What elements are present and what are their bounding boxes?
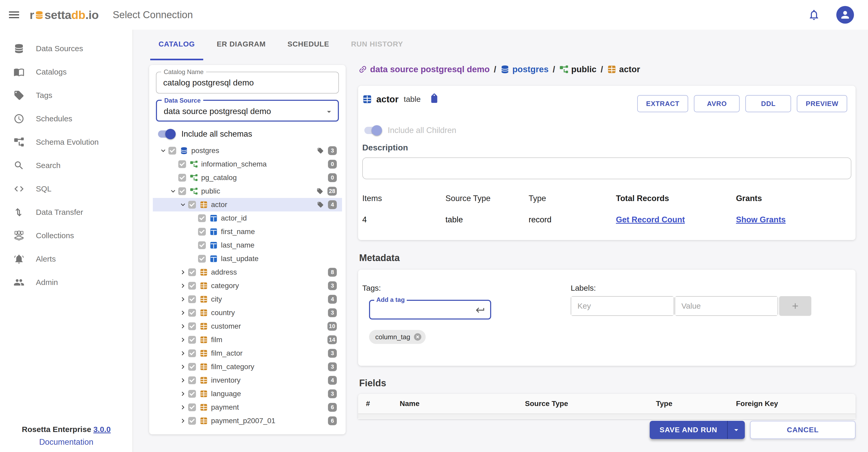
- tree-row[interactable]: film_category 3: [153, 360, 342, 374]
- tree-row[interactable]: film 14: [153, 333, 342, 347]
- checkbox[interactable]: [188, 349, 196, 357]
- description-input[interactable]: [362, 157, 851, 179]
- add-label-button[interactable]: [779, 296, 811, 316]
- checkbox[interactable]: [188, 201, 196, 208]
- save-dropdown-toggle[interactable]: [728, 421, 745, 439]
- chevron-right-icon[interactable]: [179, 403, 187, 412]
- tree-row[interactable]: pg_catalog 0: [153, 171, 342, 185]
- tree-row[interactable]: customer 10: [153, 320, 342, 333]
- chevron-right-icon[interactable]: [179, 390, 187, 398]
- checkbox[interactable]: [188, 322, 196, 330]
- tab-schedule[interactable]: SCHEDULE: [279, 30, 337, 60]
- label-key-input[interactable]: [571, 297, 674, 315]
- tree-row[interactable]: inventory 4: [153, 374, 342, 387]
- stat-value[interactable]: Get Record Count: [616, 215, 736, 224]
- chevron-right-icon[interactable]: [179, 309, 187, 317]
- label-value-field[interactable]: [675, 296, 778, 316]
- chevron-right-icon[interactable]: [179, 335, 187, 344]
- chevron-down-icon[interactable]: [169, 187, 177, 195]
- sidebar-item-data-sources[interactable]: Data Sources: [0, 37, 132, 60]
- chevron-right-icon[interactable]: [179, 376, 187, 384]
- tree-row[interactable]: language 3: [153, 387, 342, 400]
- checkbox[interactable]: [188, 336, 196, 344]
- sidebar-item-sql[interactable]: SQL: [0, 177, 132, 200]
- cancel-button[interactable]: CANCEL: [750, 421, 856, 439]
- stat-value[interactable]: Show Grants: [736, 215, 851, 224]
- tab-catalog[interactable]: CATALOG: [150, 30, 203, 60]
- avatar[interactable]: [836, 6, 854, 24]
- add-tag-field[interactable]: Add a tag: [369, 300, 491, 320]
- sidebar-item-schedules[interactable]: Schedules: [0, 107, 132, 130]
- chevron-right-icon[interactable]: [179, 417, 187, 425]
- tree-row[interactable]: last_name: [153, 238, 342, 252]
- sidebar-item-collections[interactable]: Collections: [0, 224, 132, 247]
- tree-row[interactable]: category 3: [153, 279, 342, 292]
- chevron-right-icon[interactable]: [179, 282, 187, 290]
- tree-row[interactable]: payment_p2007_01 6: [153, 414, 342, 428]
- checkbox[interactable]: [188, 268, 196, 276]
- chevron-down-icon[interactable]: [179, 200, 187, 209]
- sidebar-item-search[interactable]: Search: [0, 154, 132, 177]
- version-link[interactable]: 3.0.0: [93, 425, 111, 433]
- tree-row[interactable]: actor_id: [153, 212, 342, 225]
- add-tag-input[interactable]: [370, 301, 470, 319]
- checkbox[interactable]: [188, 403, 196, 411]
- checkbox[interactable]: [188, 295, 196, 303]
- ddl-button[interactable]: DDL: [745, 95, 791, 112]
- label-key-field[interactable]: [571, 296, 674, 316]
- save-and-run-button[interactable]: SAVE AND RUN: [650, 421, 745, 439]
- checkbox[interactable]: [188, 309, 196, 317]
- checkbox[interactable]: [188, 282, 196, 290]
- sidebar-item-admin[interactable]: Admin: [0, 271, 132, 294]
- chevron-right-icon[interactable]: [179, 363, 187, 371]
- checkbox[interactable]: [178, 174, 186, 182]
- tab-er-diagram[interactable]: ER DIAGRAM: [209, 30, 274, 60]
- remove-tag-icon[interactable]: [413, 332, 422, 341]
- checkbox[interactable]: [188, 417, 196, 425]
- tree-row[interactable]: address 8: [153, 265, 342, 279]
- breadcrumb-item[interactable]: postgres: [500, 64, 548, 74]
- checkbox[interactable]: [198, 255, 206, 263]
- checkbox[interactable]: [198, 241, 206, 249]
- checkbox[interactable]: [168, 147, 176, 155]
- checkbox[interactable]: [188, 390, 196, 398]
- tree-row[interactable]: public 28: [153, 185, 342, 198]
- breadcrumb-item[interactable]: data source postgresql demo: [358, 64, 490, 74]
- tree-row[interactable]: first_name: [153, 225, 342, 238]
- tree-row[interactable]: film_actor 3: [153, 347, 342, 360]
- chevron-right-icon[interactable]: [179, 349, 187, 357]
- avro-button[interactable]: AVRO: [694, 95, 740, 112]
- chevron-right-icon[interactable]: [179, 295, 187, 303]
- checkbox[interactable]: [198, 214, 206, 222]
- notifications-icon[interactable]: [808, 8, 820, 21]
- preview-button[interactable]: PREVIEW: [797, 95, 847, 112]
- checkbox[interactable]: [178, 187, 186, 195]
- checkbox[interactable]: [178, 160, 186, 168]
- data-source-select[interactable]: Data Source data source postgresql demo: [156, 100, 339, 122]
- documentation-link[interactable]: Documentation: [0, 438, 132, 447]
- chevron-right-icon[interactable]: [179, 322, 187, 330]
- chevron-right-icon[interactable]: [179, 268, 187, 277]
- tree-row[interactable]: postgres 3: [153, 144, 342, 157]
- tree-row[interactable]: payment 6: [153, 400, 342, 414]
- breadcrumb-item[interactable]: actor: [607, 64, 640, 74]
- tree-row[interactable]: information_schema 0: [153, 157, 342, 171]
- menu-icon[interactable]: [7, 8, 21, 22]
- sidebar-item-catalogs[interactable]: Catalogs: [0, 60, 132, 84]
- chevron-down-icon[interactable]: [159, 147, 167, 155]
- tree-row[interactable]: city 4: [153, 292, 342, 306]
- checkbox[interactable]: [188, 363, 196, 371]
- sidebar-item-data-transfer[interactable]: Data Transfer: [0, 200, 132, 224]
- catalog-name-field[interactable]: Catalog Name: [156, 72, 339, 94]
- include-all-schemas-toggle[interactable]: [157, 129, 175, 139]
- breadcrumb-item[interactable]: public: [559, 64, 596, 74]
- sidebar-item-tags[interactable]: Tags: [0, 84, 132, 107]
- tree-row[interactable]: actor 4: [153, 198, 342, 212]
- sidebar-item-schema-evolution[interactable]: Schema Evolution: [0, 130, 132, 154]
- checkbox[interactable]: [198, 228, 206, 236]
- tree-row[interactable]: country 3: [153, 306, 342, 320]
- extract-button[interactable]: EXTRACT: [637, 95, 688, 112]
- tree-row[interactable]: last_update: [153, 252, 342, 265]
- label-value-input[interactable]: [675, 297, 778, 315]
- checkbox[interactable]: [188, 377, 196, 384]
